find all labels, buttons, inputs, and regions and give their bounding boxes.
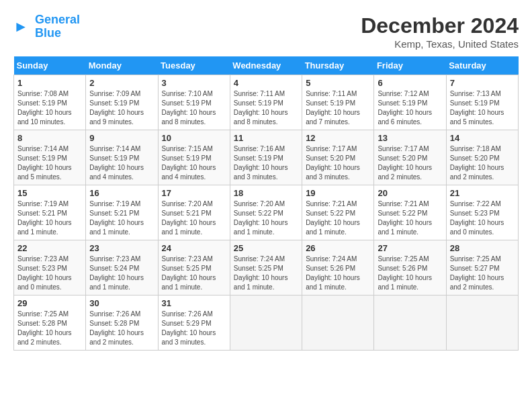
day-number: 14 — [450, 133, 515, 143]
day-cell: 3Sunrise: 7:10 AMSunset: 5:19 PMDaylight… — [158, 75, 230, 130]
day-info: Sunrise: 7:17 AMSunset: 5:20 PMDaylight:… — [378, 144, 442, 182]
day-number: 24 — [162, 243, 226, 253]
day-number: 29 — [17, 298, 82, 308]
day-info: Sunrise: 7:25 AMSunset: 5:26 PMDaylight:… — [378, 255, 442, 292]
day-cell: 12Sunrise: 7:17 AMSunset: 5:20 PMDayligh… — [302, 130, 374, 185]
day-number: 16 — [89, 188, 154, 198]
day-cell: 18Sunrise: 7:20 AMSunset: 5:22 PMDayligh… — [230, 185, 302, 240]
day-info: Sunrise: 7:21 AMSunset: 5:22 PMDaylight:… — [378, 199, 442, 237]
day-info: Sunrise: 7:26 AMSunset: 5:28 PMDaylight:… — [89, 310, 154, 347]
day-info: Sunrise: 7:26 AMSunset: 5:29 PMDaylight:… — [162, 310, 226, 347]
day-info: Sunrise: 7:20 AMSunset: 5:21 PMDaylight:… — [162, 199, 226, 237]
day-info: Sunrise: 7:14 AMSunset: 5:19 PMDaylight:… — [17, 144, 82, 182]
day-number: 5 — [306, 78, 370, 88]
calendar-week-row: 1Sunrise: 7:08 AMSunset: 5:19 PMDaylight… — [14, 75, 519, 130]
day-cell: 14Sunrise: 7:18 AMSunset: 5:20 PMDayligh… — [446, 130, 518, 185]
day-cell: 15Sunrise: 7:19 AMSunset: 5:21 PMDayligh… — [14, 185, 86, 240]
day-of-week-header: Wednesday — [230, 56, 302, 75]
day-cell: 2Sunrise: 7:09 AMSunset: 5:19 PMDaylight… — [86, 75, 158, 130]
day-info: Sunrise: 7:10 AMSunset: 5:19 PMDaylight:… — [162, 89, 226, 127]
day-cell: 21Sunrise: 7:22 AMSunset: 5:23 PMDayligh… — [446, 185, 518, 240]
page-header: ► General Blue December 2024 Kemp, Texas… — [13, 13, 519, 50]
day-number: 20 — [378, 188, 442, 198]
day-number: 26 — [306, 243, 370, 253]
day-cell: 4Sunrise: 7:11 AMSunset: 5:19 PMDaylight… — [230, 75, 302, 130]
day-cell: 22Sunrise: 7:23 AMSunset: 5:23 PMDayligh… — [14, 240, 86, 295]
day-cell: 13Sunrise: 7:17 AMSunset: 5:20 PMDayligh… — [374, 130, 446, 185]
day-info: Sunrise: 7:09 AMSunset: 5:19 PMDaylight:… — [89, 89, 154, 127]
day-info: Sunrise: 7:23 AMSunset: 5:25 PMDaylight:… — [162, 255, 226, 292]
day-cell: 17Sunrise: 7:20 AMSunset: 5:21 PMDayligh… — [158, 185, 230, 240]
day-info: Sunrise: 7:24 AMSunset: 5:25 PMDaylight:… — [234, 255, 298, 292]
day-cell: 5Sunrise: 7:11 AMSunset: 5:19 PMDaylight… — [302, 75, 374, 130]
day-number: 13 — [378, 133, 442, 143]
calendar-table: SundayMondayTuesdayWednesdayThursdayFrid… — [13, 56, 519, 351]
logo-icon: ► — [13, 17, 32, 36]
day-cell: 23Sunrise: 7:23 AMSunset: 5:24 PMDayligh… — [86, 240, 158, 295]
day-cell: 8Sunrise: 7:14 AMSunset: 5:19 PMDaylight… — [14, 130, 86, 185]
day-number: 15 — [17, 188, 82, 198]
empty-day-cell — [446, 295, 518, 351]
day-info: Sunrise: 7:16 AMSunset: 5:19 PMDaylight:… — [234, 144, 298, 182]
day-cell: 24Sunrise: 7:23 AMSunset: 5:25 PMDayligh… — [158, 240, 230, 295]
day-cell: 1Sunrise: 7:08 AMSunset: 5:19 PMDaylight… — [14, 75, 86, 130]
logo-text: General Blue — [35, 13, 80, 40]
day-number: 23 — [89, 243, 154, 253]
day-cell: 16Sunrise: 7:19 AMSunset: 5:21 PMDayligh… — [86, 185, 158, 240]
day-number: 25 — [234, 243, 298, 253]
day-cell: 10Sunrise: 7:15 AMSunset: 5:19 PMDayligh… — [158, 130, 230, 185]
day-number: 27 — [378, 243, 442, 253]
logo-general: General — [35, 13, 80, 26]
day-cell: 31Sunrise: 7:26 AMSunset: 5:29 PMDayligh… — [158, 295, 230, 351]
day-info: Sunrise: 7:08 AMSunset: 5:19 PMDaylight:… — [17, 89, 82, 127]
day-number: 12 — [306, 133, 370, 143]
day-info: Sunrise: 7:21 AMSunset: 5:22 PMDaylight:… — [306, 199, 370, 237]
day-cell: 25Sunrise: 7:24 AMSunset: 5:25 PMDayligh… — [230, 240, 302, 295]
logo: ► General Blue — [13, 13, 80, 40]
day-number: 18 — [234, 188, 298, 198]
day-info: Sunrise: 7:17 AMSunset: 5:20 PMDaylight:… — [306, 144, 370, 182]
day-cell: 27Sunrise: 7:25 AMSunset: 5:26 PMDayligh… — [374, 240, 446, 295]
day-of-week-header: Monday — [86, 56, 158, 75]
day-number: 4 — [234, 78, 298, 88]
day-info: Sunrise: 7:24 AMSunset: 5:26 PMDaylight:… — [306, 255, 370, 292]
day-info: Sunrise: 7:19 AMSunset: 5:21 PMDaylight:… — [89, 199, 154, 237]
month-title: December 2024 — [361, 13, 519, 38]
location: Kemp, Texas, United States — [361, 38, 519, 50]
day-cell: 26Sunrise: 7:24 AMSunset: 5:26 PMDayligh… — [302, 240, 374, 295]
day-number: 10 — [162, 133, 226, 143]
day-info: Sunrise: 7:12 AMSunset: 5:19 PMDaylight:… — [378, 89, 442, 127]
day-number: 17 — [162, 188, 226, 198]
day-info: Sunrise: 7:15 AMSunset: 5:19 PMDaylight:… — [162, 144, 226, 182]
day-cell: 20Sunrise: 7:21 AMSunset: 5:22 PMDayligh… — [374, 185, 446, 240]
day-info: Sunrise: 7:23 AMSunset: 5:23 PMDaylight:… — [17, 255, 82, 292]
day-of-week-header: Sunday — [14, 56, 86, 75]
day-number: 28 — [450, 243, 515, 253]
calendar-week-row: 22Sunrise: 7:23 AMSunset: 5:23 PMDayligh… — [14, 240, 519, 295]
day-info: Sunrise: 7:14 AMSunset: 5:19 PMDaylight:… — [89, 144, 154, 182]
day-info: Sunrise: 7:22 AMSunset: 5:23 PMDaylight:… — [450, 199, 515, 237]
day-number: 7 — [450, 78, 515, 88]
day-info: Sunrise: 7:13 AMSunset: 5:19 PMDaylight:… — [450, 89, 515, 127]
day-number: 2 — [89, 78, 154, 88]
day-cell: 6Sunrise: 7:12 AMSunset: 5:19 PMDaylight… — [374, 75, 446, 130]
title-area: December 2024 Kemp, Texas, United States — [361, 13, 519, 50]
day-number: 21 — [450, 188, 515, 198]
day-of-week-header: Tuesday — [158, 56, 230, 75]
day-number: 1 — [17, 78, 82, 88]
calendar-week-row: 15Sunrise: 7:19 AMSunset: 5:21 PMDayligh… — [14, 185, 519, 240]
day-info: Sunrise: 7:25 AMSunset: 5:27 PMDaylight:… — [450, 255, 515, 292]
empty-day-cell — [230, 295, 302, 351]
day-number: 30 — [89, 298, 154, 308]
day-info: Sunrise: 7:20 AMSunset: 5:22 PMDaylight:… — [234, 199, 298, 237]
day-number: 31 — [162, 298, 226, 308]
day-cell: 11Sunrise: 7:16 AMSunset: 5:19 PMDayligh… — [230, 130, 302, 185]
day-info: Sunrise: 7:11 AMSunset: 5:19 PMDaylight:… — [306, 89, 370, 127]
day-cell: 29Sunrise: 7:25 AMSunset: 5:28 PMDayligh… — [14, 295, 86, 351]
empty-day-cell — [302, 295, 374, 351]
day-number: 3 — [162, 78, 226, 88]
svg-text:►: ► — [13, 17, 28, 34]
day-of-week-header: Saturday — [446, 56, 518, 75]
day-cell: 9Sunrise: 7:14 AMSunset: 5:19 PMDaylight… — [86, 130, 158, 185]
day-number: 22 — [17, 243, 82, 253]
